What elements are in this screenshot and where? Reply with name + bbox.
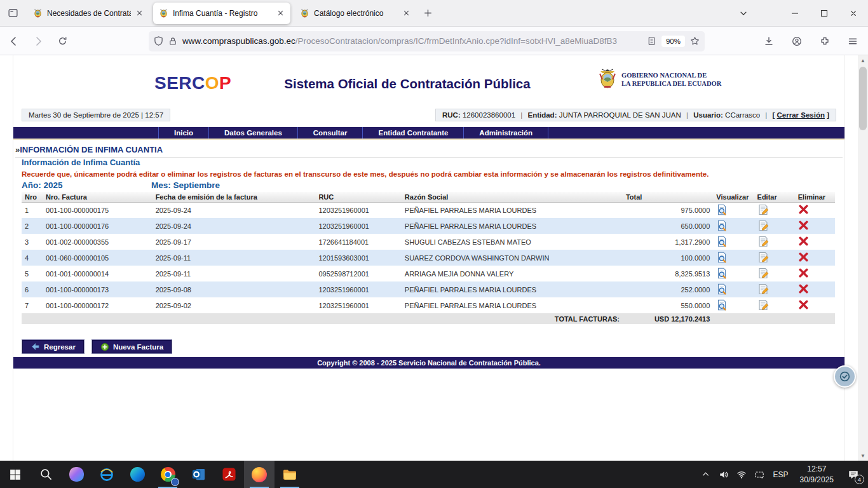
wireless-display-icon[interactable] bbox=[752, 463, 767, 486]
nav-consultar[interactable]: Consultar bbox=[298, 127, 363, 139]
delete-invoice-icon[interactable] bbox=[798, 236, 809, 247]
bookmark-star-icon[interactable] bbox=[690, 36, 700, 46]
table-row: 3 001-002-000000355 2025-09-17 172664118… bbox=[22, 234, 835, 250]
start-button[interactable] bbox=[0, 461, 31, 488]
list-all-tabs-button[interactable] bbox=[732, 1, 755, 26]
site-container: SERCOP Sistema Oficial de Contratación P… bbox=[13, 55, 845, 461]
delete-invoice-icon[interactable] bbox=[798, 299, 809, 310]
page-viewport: SERCOP Sistema Oficial de Contratación P… bbox=[0, 55, 858, 461]
edit-invoice-icon[interactable] bbox=[757, 204, 769, 215]
back-button[interactable] bbox=[4, 31, 24, 51]
reload-button[interactable] bbox=[52, 31, 72, 51]
delete-invoice-icon[interactable] bbox=[798, 204, 809, 215]
nav-datos-generales[interactable]: Datos Generales bbox=[209, 127, 298, 139]
tab-infima-cuantia[interactable]: Infima Cuantía - Registro bbox=[153, 3, 290, 24]
edit-invoice-icon[interactable] bbox=[757, 268, 769, 279]
ecuador-favicon bbox=[33, 8, 43, 18]
sercop-logo: SERCOP bbox=[154, 73, 231, 93]
reader-mode-icon[interactable] bbox=[647, 36, 656, 46]
edit-invoice-icon[interactable] bbox=[757, 236, 769, 247]
chrome-icon[interactable] bbox=[153, 461, 183, 488]
new-tab-button[interactable] bbox=[418, 4, 437, 23]
year-label: Año: 2025 bbox=[22, 180, 63, 190]
tab-catalogo[interactable]: Catálogo electrónico bbox=[294, 3, 416, 24]
delete-invoice-icon[interactable] bbox=[798, 252, 809, 262]
lock-icon[interactable] bbox=[168, 37, 177, 46]
toolbar-right-group bbox=[755, 31, 863, 51]
scrollbar-thumb[interactable] bbox=[859, 67, 867, 130]
page-scrollbar[interactable]: ▲ ▼ bbox=[858, 55, 868, 461]
edge-icon[interactable] bbox=[122, 461, 153, 488]
language-indicator[interactable]: ESP bbox=[770, 470, 792, 479]
url-text[interactable]: www.compraspublicas.gob.ec/ProcesoContra… bbox=[182, 36, 642, 46]
page-zoom-indicator[interactable]: 90% bbox=[661, 36, 685, 47]
view-invoice-icon[interactable] bbox=[716, 236, 728, 247]
table-header-row: Nro Nro. Factura Fecha de emisión de la … bbox=[22, 192, 835, 202]
downloads-button[interactable] bbox=[759, 31, 779, 51]
action-buttons: Regresar Nueva Factura bbox=[22, 339, 172, 354]
tab-close-icon[interactable] bbox=[135, 9, 144, 17]
regresar-button[interactable]: Regresar bbox=[22, 339, 85, 354]
session-user-bar: RUC: 1260023860001 | Entidad: JUNTA PARR… bbox=[435, 109, 836, 121]
delete-invoice-icon[interactable] bbox=[798, 268, 809, 278]
acrobat-icon[interactable] bbox=[214, 461, 244, 488]
tab-close-icon[interactable] bbox=[402, 9, 410, 17]
firefox-icon[interactable] bbox=[244, 461, 275, 488]
notification-center-button[interactable]: 4 bbox=[841, 463, 865, 486]
account-button[interactable] bbox=[787, 31, 807, 51]
internet-explorer-icon[interactable] bbox=[92, 461, 122, 488]
logout-link[interactable]: Cerrar Sesión bbox=[777, 111, 825, 119]
view-invoice-icon[interactable] bbox=[716, 299, 728, 311]
edit-invoice-icon[interactable] bbox=[757, 299, 769, 311]
search-button[interactable] bbox=[31, 461, 61, 488]
col-eliminar: Eliminar bbox=[795, 192, 835, 202]
screen-capture-overlay-badge[interactable] bbox=[834, 365, 856, 388]
clock-date: 30/9/2025 bbox=[800, 475, 834, 485]
col-nro: Nro bbox=[22, 192, 43, 202]
nav-inicio[interactable]: Inicio bbox=[158, 127, 209, 139]
tab-necesidades[interactable]: Necesidades de Contratación y bbox=[27, 3, 149, 24]
view-invoice-icon[interactable] bbox=[716, 204, 728, 215]
copilot-icon[interactable] bbox=[61, 461, 92, 488]
url-domain: www.compraspublicas.gob.ec bbox=[182, 36, 295, 46]
windows-taskbar: ESP 12:57 30/9/2025 4 bbox=[0, 461, 868, 488]
clock[interactable]: 12:57 30/9/2025 bbox=[795, 464, 839, 484]
file-explorer-icon[interactable] bbox=[275, 461, 305, 488]
forward-button[interactable] bbox=[28, 31, 48, 51]
ruc-value: 1260023860001 bbox=[463, 111, 515, 119]
window-close-button[interactable] bbox=[839, 1, 868, 26]
edit-invoice-icon[interactable] bbox=[757, 283, 769, 295]
delete-invoice-icon[interactable] bbox=[798, 220, 809, 231]
outlook-icon[interactable] bbox=[183, 461, 214, 488]
view-invoice-icon[interactable] bbox=[716, 220, 728, 231]
browser-toolbar: www.compraspublicas.gob.ec/ProcesoContra… bbox=[0, 27, 868, 55]
tab-close-icon[interactable] bbox=[276, 9, 285, 17]
window-maximize-button[interactable] bbox=[810, 1, 839, 26]
sidebar-tabs-button[interactable] bbox=[3, 3, 23, 24]
plus-circle-icon bbox=[100, 342, 109, 351]
nueva-factura-button[interactable]: Nueva Factura bbox=[92, 339, 172, 354]
edit-invoice-icon[interactable] bbox=[757, 220, 769, 231]
site-footer: Copyright © 2008 - 2025 Servicio Naciona… bbox=[13, 357, 844, 369]
view-invoice-icon[interactable] bbox=[716, 252, 728, 263]
edit-invoice-icon[interactable] bbox=[757, 252, 769, 263]
nav-entidad-contratante[interactable]: Entidad Contratante bbox=[363, 127, 464, 139]
wifi-icon[interactable] bbox=[734, 463, 749, 486]
extensions-button[interactable] bbox=[815, 31, 835, 51]
tracking-shield-icon[interactable] bbox=[154, 36, 163, 46]
app-menu-button[interactable] bbox=[843, 31, 863, 51]
scroll-up-arrow[interactable]: ▲ bbox=[858, 55, 868, 65]
delete-invoice-icon[interactable] bbox=[798, 283, 809, 294]
url-bar[interactable]: www.compraspublicas.gob.ec/ProcesoContra… bbox=[149, 31, 705, 51]
tab-title: Necesidades de Contratación y bbox=[47, 9, 131, 18]
system-tray: ESP 12:57 30/9/2025 4 bbox=[698, 461, 868, 488]
view-invoice-icon[interactable] bbox=[716, 268, 728, 279]
nav-administracion[interactable]: Administración bbox=[464, 127, 548, 139]
total-row: TOTAL FACTURAS: USD 12,170.2413 bbox=[22, 313, 835, 324]
window-minimize-button[interactable] bbox=[780, 1, 810, 26]
scroll-down-arrow[interactable]: ▼ bbox=[858, 451, 868, 461]
view-invoice-icon[interactable] bbox=[716, 283, 728, 295]
volume-icon[interactable] bbox=[716, 463, 731, 486]
tray-chevron-up-icon[interactable] bbox=[698, 463, 714, 486]
user-label: Usuario: bbox=[693, 111, 723, 119]
